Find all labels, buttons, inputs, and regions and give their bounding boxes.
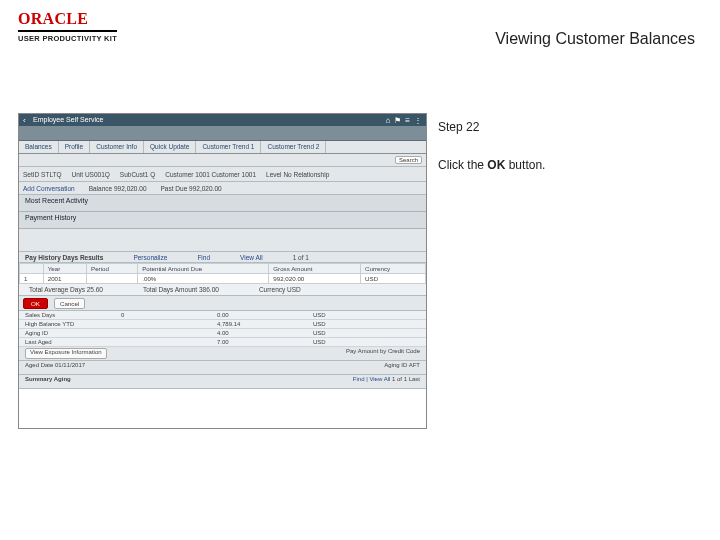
cell-period — [87, 274, 138, 284]
pastdue-label: Past Due — [161, 185, 188, 192]
spacer — [19, 229, 426, 252]
grid-count: 1 of 1 — [293, 254, 309, 261]
level-label: Level — [266, 171, 282, 178]
app-header-title: Employee Self Service — [33, 116, 103, 123]
grid-controls: Pay History Days Results Personalize Fin… — [19, 252, 426, 263]
page-title: Viewing Customer Balances — [495, 30, 695, 48]
pastdue-value: 992,020.00 — [189, 185, 222, 192]
search-button[interactable]: Search — [395, 156, 422, 164]
identity-row: SetID STLTQ Unit US001Q SubCust1 Q Custo… — [19, 167, 426, 182]
step-label: Step 22 — [438, 118, 545, 136]
kv-v2: 4.00 — [217, 330, 277, 336]
section-payment-history: Payment History — [19, 212, 426, 229]
grid-personalize[interactable]: Personalize — [133, 254, 167, 261]
ok-button[interactable]: OK — [23, 298, 48, 309]
kv-v2: 0.00 — [217, 312, 277, 318]
subcust-value: Q — [150, 171, 155, 178]
instruction-pre: Click the — [438, 158, 487, 172]
home-icon[interactable]: ⌂ — [385, 116, 390, 125]
tab-balances[interactable]: Balances — [19, 141, 59, 153]
avgdays-label: Total Average Days — [29, 286, 85, 293]
daysamt-value: 386.00 — [199, 286, 219, 293]
tab-quick-update[interactable]: Quick Update — [144, 141, 196, 153]
add-conversation-link[interactable]: Add Conversation — [23, 185, 75, 192]
cell-currency: USD — [361, 274, 426, 284]
instruction-post: button. — [505, 158, 545, 172]
instruction-panel: Step 22 Click the OK button. — [438, 118, 545, 174]
totals-row: Total Average Days 25.60 Total Days Amou… — [19, 284, 426, 296]
col-gross: Gross Amount — [269, 264, 361, 274]
customer-label: Customer — [165, 171, 193, 178]
flag-icon[interactable]: ⚑ — [394, 116, 401, 125]
aging-label: Pay Amount by Credit Code — [346, 348, 420, 359]
customer-name: Customer 1001 — [212, 171, 256, 178]
exposure-row: View Exposure Information Pay Amount by … — [19, 347, 426, 361]
currency-label: Currency — [259, 286, 285, 293]
view-exposure-button[interactable]: View Exposure Information — [25, 348, 107, 359]
kv-v3: USD — [313, 312, 373, 318]
cell-gross: 992,020.00 — [269, 274, 361, 284]
tab-trend1[interactable]: Customer Trend 1 — [196, 141, 261, 153]
daysamt-label: Total Days Amount — [143, 286, 197, 293]
kv-row: Sales Days00.00USD — [19, 311, 426, 320]
kv-label: Aging ID — [25, 330, 85, 336]
aged-date: Aged Date 01/11/2017 — [25, 362, 85, 373]
pay-history-table: Year Period Potential Amount Due Gross A… — [19, 263, 426, 284]
brand-subtitle: USER PRODUCTIVITY KIT — [18, 30, 117, 43]
col-blank — [20, 264, 44, 274]
brand-block: ORACLE USER PRODUCTIVITY KIT — [18, 10, 117, 43]
avgdays-value: 25.60 — [87, 286, 103, 293]
instruction-target: OK — [487, 158, 505, 172]
menu-icon[interactable]: ≡ — [405, 116, 410, 125]
unit-value: US001Q — [85, 171, 110, 178]
kv-v2: 4,789.14 — [217, 321, 277, 327]
kv-label: Last Aged — [25, 339, 85, 345]
summary-bar: Add Conversation Balance 992,020.00 Past… — [19, 182, 426, 195]
summary-aging-find[interactable]: Find | View All — [353, 376, 390, 382]
section-recent-activity: Most Recent Activity — [19, 195, 426, 212]
kv-v2: 7.00 — [217, 339, 277, 345]
subcust-label: SubCust1 — [120, 171, 149, 178]
search-row: Search — [19, 154, 426, 167]
balance-value: 992,020.00 — [114, 185, 147, 192]
summary-aging-bar: Summary Aging Find | View All 1 of 1 Las… — [19, 375, 426, 389]
cell-year: 2001 — [43, 274, 86, 284]
kv-row: Aging ID4.00USD — [19, 329, 426, 338]
tab-trend2[interactable]: Customer Trend 2 — [261, 141, 326, 153]
col-currency: Currency — [361, 264, 426, 274]
col-period: Period — [87, 264, 138, 274]
setid-value: STLTQ — [41, 171, 61, 178]
setid-label: SetID — [23, 171, 39, 178]
unit-label: Unit — [72, 171, 84, 178]
grid-find[interactable]: Find — [197, 254, 210, 261]
aging-id: Aging ID AFT — [384, 362, 420, 373]
cell-idx: 1 — [20, 274, 44, 284]
customer-value: 1001 — [195, 171, 209, 178]
app-subheader — [19, 126, 426, 141]
kv-label: Sales Days — [25, 312, 85, 318]
tab-profile[interactable]: Profile — [59, 141, 90, 153]
balance-label: Balance — [89, 185, 113, 192]
kv-v1: 0 — [121, 312, 181, 318]
kv-row: Last Aged7.00USD — [19, 338, 426, 347]
oracle-logo: ORACLE — [18, 10, 117, 28]
table-header-row: Year Period Potential Amount Due Gross A… — [20, 264, 426, 274]
kv-v3: USD — [313, 330, 373, 336]
kv-v3: USD — [313, 321, 373, 327]
table-row[interactable]: 1 2001 .00% 992,020.00 USD — [20, 274, 426, 284]
kv-v3: USD — [313, 339, 373, 345]
instruction-text: Click the OK button. — [438, 156, 545, 174]
grid-title: Pay History Days Results — [25, 254, 103, 261]
grid-viewall[interactable]: View All — [240, 254, 263, 261]
aged-row: Aged Date 01/11/2017 Aging ID AFT — [19, 361, 426, 375]
embedded-app: ‹ Employee Self Service ⌂ ⚑ ≡ ⋮ Balances… — [18, 113, 427, 429]
col-year: Year — [43, 264, 86, 274]
app-header: ‹ Employee Self Service ⌂ ⚑ ≡ ⋮ — [19, 114, 426, 126]
kv-label: High Balance YTD — [25, 321, 85, 327]
tab-customer-info[interactable]: Customer Info — [90, 141, 144, 153]
currency-value: USD — [287, 286, 301, 293]
more-icon[interactable]: ⋮ — [414, 116, 422, 125]
cancel-button[interactable]: Cancel — [54, 298, 85, 309]
back-icon[interactable]: ‹ — [23, 116, 26, 125]
level-value: No Relationship — [283, 171, 329, 178]
